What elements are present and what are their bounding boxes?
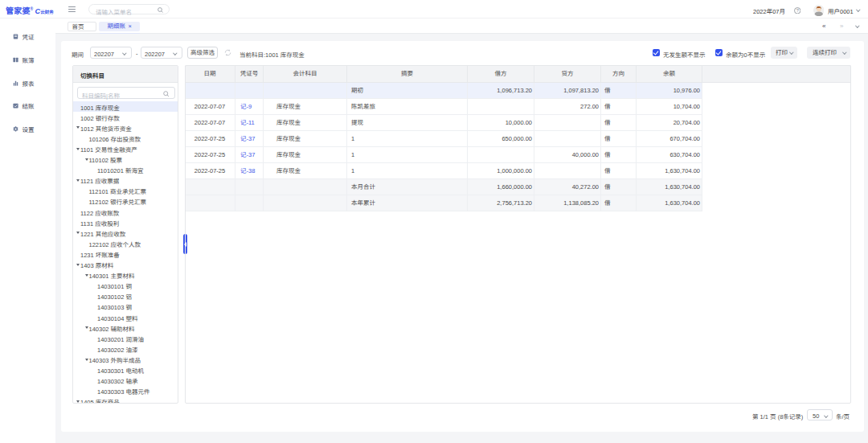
svg-text:?: ? <box>796 8 798 13</box>
